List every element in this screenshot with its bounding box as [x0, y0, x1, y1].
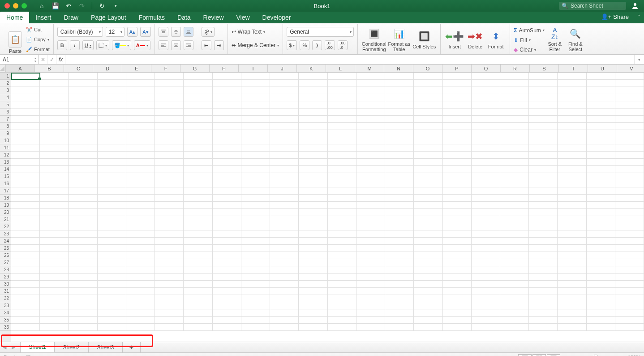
cell-H26[interactable] — [213, 252, 241, 259]
cell-P17[interactable] — [443, 187, 472, 195]
cell-M6[interactable] — [356, 109, 385, 116]
cell-A19[interactable] — [11, 202, 40, 209]
cell-G4[interactable] — [184, 94, 212, 101]
format-as-table-button[interactable]: 📊Format as Table — [386, 25, 412, 54]
cell-C35[interactable] — [69, 317, 97, 324]
cell-I30[interactable] — [241, 281, 270, 288]
cell-Q35[interactable] — [472, 317, 500, 324]
fill-button[interactable]: ⬇Fill▾ — [514, 36, 545, 45]
font-size-select[interactable]: 12▾ — [106, 27, 125, 37]
row-header-24[interactable]: 24 — [0, 238, 11, 245]
cell-A11[interactable] — [11, 144, 40, 152]
cell-P4[interactable] — [443, 94, 472, 101]
cell-V9[interactable] — [615, 130, 644, 137]
cell-I33[interactable] — [241, 302, 270, 309]
cell-T7[interactable] — [558, 116, 586, 123]
cell-R30[interactable] — [500, 281, 529, 288]
cell-R8[interactable] — [500, 123, 529, 130]
cell-N9[interactable] — [385, 130, 414, 137]
cell-C12[interactable] — [69, 152, 97, 159]
cell-O30[interactable] — [414, 281, 442, 288]
cell-S35[interactable] — [529, 317, 558, 324]
column-header-K[interactable]: K — [297, 65, 326, 72]
cell-C30[interactable] — [69, 281, 97, 288]
cell-B35[interactable] — [40, 317, 69, 324]
cell-A16[interactable] — [11, 180, 40, 187]
cell-T15[interactable] — [558, 173, 586, 180]
cell-D5[interactable] — [98, 101, 126, 109]
cell-H36[interactable] — [213, 324, 241, 331]
cell-U30[interactable] — [587, 281, 615, 288]
cell-H30[interactable] — [213, 281, 241, 288]
cell-P27[interactable] — [443, 259, 472, 266]
cell-R24[interactable] — [500, 238, 529, 245]
cell-V3[interactable] — [615, 87, 644, 94]
row-header-17[interactable]: 17 — [0, 187, 11, 195]
cell-U17[interactable] — [587, 187, 615, 195]
cell-T32[interactable] — [558, 295, 586, 302]
cell-A13[interactable] — [11, 159, 40, 166]
cell-D33[interactable] — [98, 302, 126, 309]
cell-B14[interactable] — [40, 166, 69, 173]
cell-G33[interactable] — [184, 302, 212, 309]
cell-B32[interactable] — [40, 295, 69, 302]
increase-decimal-button[interactable]: .0.00 — [325, 40, 335, 50]
cell-R2[interactable] — [500, 80, 529, 87]
cell-J28[interactable] — [270, 266, 299, 274]
cell-B17[interactable] — [40, 187, 69, 195]
cell-O3[interactable] — [414, 87, 442, 94]
percent-format-button[interactable]: % — [300, 40, 309, 50]
cell-I25[interactable] — [241, 245, 270, 252]
cell-A17[interactable] — [11, 187, 40, 195]
paste-button[interactable]: 📋 Paste — [6, 25, 24, 54]
cell-T18[interactable] — [558, 195, 586, 202]
cell-H21[interactable] — [213, 216, 241, 223]
cell-F9[interactable] — [155, 130, 184, 137]
cell-R1[interactable] — [500, 73, 529, 80]
cell-G36[interactable] — [184, 324, 212, 331]
cell-Q31[interactable] — [472, 288, 500, 295]
cell-F22[interactable] — [155, 223, 184, 230]
cell-D11[interactable] — [98, 144, 126, 152]
cell-L23[interactable] — [328, 230, 356, 238]
cell-T12[interactable] — [558, 152, 586, 159]
cell-O32[interactable] — [414, 295, 442, 302]
cell-G20[interactable] — [184, 209, 212, 216]
cell-R22[interactable] — [500, 223, 529, 230]
row-header-13[interactable]: 13 — [0, 159, 11, 166]
cell-A3[interactable] — [11, 87, 40, 94]
cell-M5[interactable] — [356, 101, 385, 109]
cell-O5[interactable] — [414, 101, 442, 109]
cell-N32[interactable] — [385, 295, 414, 302]
cell-N1[interactable] — [385, 73, 414, 80]
cell-J5[interactable] — [270, 101, 299, 109]
cell-U23[interactable] — [587, 230, 615, 238]
cell-E30[interactable] — [126, 281, 155, 288]
cell-O14[interactable] — [414, 166, 442, 173]
cell-M19[interactable] — [356, 202, 385, 209]
cell-L22[interactable] — [328, 223, 356, 230]
cell-L7[interactable] — [328, 116, 356, 123]
cell-Q19[interactable] — [472, 202, 500, 209]
cell-F24[interactable] — [155, 238, 184, 245]
cell-D12[interactable] — [98, 152, 126, 159]
cell-Q36[interactable] — [472, 324, 500, 331]
cell-N8[interactable] — [385, 123, 414, 130]
column-header-S[interactable]: S — [530, 65, 559, 72]
cell-S12[interactable] — [529, 152, 558, 159]
cell-F10[interactable] — [155, 137, 184, 144]
cell-G3[interactable] — [184, 87, 212, 94]
cell-T13[interactable] — [558, 159, 586, 166]
cell-N3[interactable] — [385, 87, 414, 94]
cell-H15[interactable] — [213, 173, 241, 180]
cell-V21[interactable] — [615, 216, 644, 223]
cell-K3[interactable] — [299, 87, 327, 94]
cell-C18[interactable] — [69, 195, 97, 202]
cell-T5[interactable] — [558, 101, 586, 109]
cell-R31[interactable] — [500, 288, 529, 295]
cell-G6[interactable] — [184, 109, 212, 116]
cell-H34[interactable] — [213, 309, 241, 317]
cell-A26[interactable] — [11, 252, 40, 259]
cell-T31[interactable] — [558, 288, 586, 295]
cell-N18[interactable] — [385, 195, 414, 202]
